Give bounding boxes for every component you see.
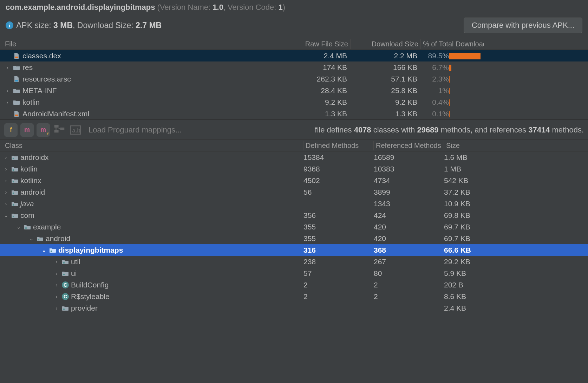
class-row[interactable]: ›CR$styleable228.6 KB — [0, 291, 588, 302]
percent: 0.1% — [421, 110, 449, 118]
package-icon — [62, 259, 69, 265]
defined-methods: 56 — [303, 188, 374, 196]
version-name: 1.0 — [213, 3, 223, 12]
expand-icon[interactable]: › — [53, 270, 60, 276]
defined-methods: 238 — [303, 258, 374, 266]
info-icon: i — [6, 21, 13, 29]
expand-icon[interactable]: › — [53, 305, 60, 311]
expand-icon[interactable]: ⌄ — [3, 212, 9, 219]
class-row[interactable]: ›provider2.4 KB — [0, 302, 588, 314]
defined-methods: 355 — [303, 234, 374, 243]
download-size: 2.2 MB — [351, 52, 421, 60]
file-name: kotlin — [22, 98, 40, 106]
svg-point-9 — [13, 204, 14, 205]
expand-icon[interactable]: › — [53, 259, 60, 265]
class-name: kotlin — [20, 165, 38, 173]
expand-icon[interactable]: ⌄ — [41, 247, 47, 253]
expand-icon[interactable]: › — [3, 189, 9, 195]
class-row[interactable]: ›android56389937.2 KB — [0, 186, 588, 198]
file-row[interactable]: ›kotlin9.2 KB9.2 KB0.4% — [0, 96, 588, 108]
class-size: 1.6 MB — [444, 153, 486, 162]
class-row[interactable]: ⌄android35542069.7 KB — [0, 233, 588, 244]
compare-apk-button[interactable]: Compare with previous APK... — [464, 18, 582, 33]
expand-icon[interactable]: › — [3, 201, 9, 207]
class-count: 4078 — [354, 125, 371, 134]
file-name: META-INF — [22, 86, 57, 95]
expand-icon[interactable]: › — [53, 293, 60, 299]
ref-count: 37414 — [528, 125, 550, 134]
show-methods-button[interactable]: m — [20, 123, 34, 137]
svg-point-14 — [63, 262, 65, 263]
svg-point-10 — [13, 215, 14, 217]
expand-icon[interactable]: › — [53, 282, 60, 288]
class-row[interactable]: ›androidx15384165891.6 MB — [0, 151, 588, 163]
package-icon — [49, 247, 56, 253]
expand-icon[interactable]: › — [3, 166, 9, 172]
class-row[interactable]: ›CBuildConfig22202 B — [0, 279, 588, 291]
class-row[interactable]: ›util23826729.2 KB — [0, 256, 588, 267]
class-size: 1 MB — [444, 165, 486, 173]
col-download-size[interactable]: Download Size — [351, 39, 421, 49]
class-name: BuildConfig — [71, 281, 109, 289]
expand-icon[interactable]: › — [3, 177, 9, 183]
defined-methods: 57 — [303, 269, 374, 278]
show-methods-fields-button[interactable]: m — [37, 123, 50, 137]
class-row[interactable]: ⌄example35542069.7 KB — [0, 221, 588, 233]
class-row[interactable]: ⌄displayingbitmaps31636866.6 KB — [0, 244, 588, 256]
file-row[interactable]: ›res174 KB166 KB6.7% — [0, 61, 588, 73]
file-row[interactable]: classes.dex2.4 MB2.2 MB89.5% — [0, 50, 588, 61]
expand-icon[interactable]: › — [4, 87, 11, 93]
percent: 1% — [421, 86, 449, 95]
class-row[interactable]: ›java134310.9 KB — [0, 198, 588, 209]
raw-size: 174 KB — [280, 63, 351, 72]
tree-icon[interactable] — [53, 123, 66, 137]
col-class[interactable]: Class — [3, 141, 303, 150]
class-row[interactable]: ›kotlinx45024734542 KB — [0, 175, 588, 186]
class-name: ui — [71, 269, 77, 278]
col-size[interactable]: Size — [444, 141, 486, 150]
class-row[interactable]: ›kotlin9368103831 MB — [0, 163, 588, 175]
package-icon — [11, 177, 18, 184]
download-size: 9.2 KB — [351, 98, 421, 106]
percent-bar — [449, 98, 484, 106]
expand-icon[interactable]: ⌄ — [28, 235, 34, 242]
download-size: 25.8 KB — [351, 86, 421, 95]
col-defined[interactable]: Defined Methods — [303, 141, 374, 150]
expand-icon[interactable]: › — [4, 99, 11, 105]
dex-file-icon — [13, 52, 20, 59]
percent: 2.3% — [421, 75, 449, 83]
svg-point-5 — [13, 157, 14, 159]
apk-header: com.example.android.displayingbitmaps (V… — [0, 0, 588, 38]
class-row[interactable]: ›ui57805.9 KB — [0, 267, 588, 279]
expand-icon[interactable]: › — [4, 64, 11, 70]
file-row[interactable]: ›META-INF28.4 KB25.8 KB1% — [0, 85, 588, 96]
referenced-methods: 267 — [374, 258, 444, 266]
referenced-methods: 1343 — [374, 200, 444, 208]
raw-size: 1.3 KB — [280, 110, 351, 118]
col-referenced[interactable]: Referenced Methods — [374, 141, 444, 150]
percent-bar — [449, 87, 484, 95]
download-size: 57.1 KB — [351, 75, 421, 83]
class-row[interactable]: ⌄com35642469.8 KB — [0, 209, 588, 221]
referenced-methods: 2 — [374, 292, 444, 301]
expand-icon[interactable]: › — [3, 154, 9, 160]
col-percent[interactable]: % of Total Download ... — [421, 39, 484, 49]
class-size: 8.6 KB — [444, 292, 486, 301]
show-fields-button[interactable]: f — [4, 123, 18, 137]
defined-methods: 4502 — [303, 176, 374, 185]
file-row[interactable]: resources.arsc262.3 KB57.1 KB2.3% — [0, 73, 588, 85]
file-row[interactable]: AndroidManifest.xml1.3 KB1.3 KB0.1% — [0, 108, 588, 119]
col-raw-size[interactable]: Raw File Size — [280, 39, 351, 49]
referenced-methods: 16589 — [374, 153, 444, 162]
class-size: 69.7 KB — [444, 234, 486, 243]
defined-methods: 9368 — [303, 165, 374, 173]
expand-icon[interactable]: ⌄ — [15, 224, 22, 230]
deobfuscate-icon[interactable]: a.b — [69, 123, 82, 137]
svg-point-8 — [13, 192, 14, 194]
load-proguard-link[interactable]: Load Proguard mappings... — [89, 125, 182, 135]
col-file[interactable]: File — [3, 39, 280, 49]
class-table: Class Defined Methods Referenced Methods… — [0, 140, 588, 314]
download-size: 2.7 MB — [136, 21, 162, 30]
percent-bar — [449, 64, 484, 71]
svg-point-11 — [25, 227, 27, 228]
